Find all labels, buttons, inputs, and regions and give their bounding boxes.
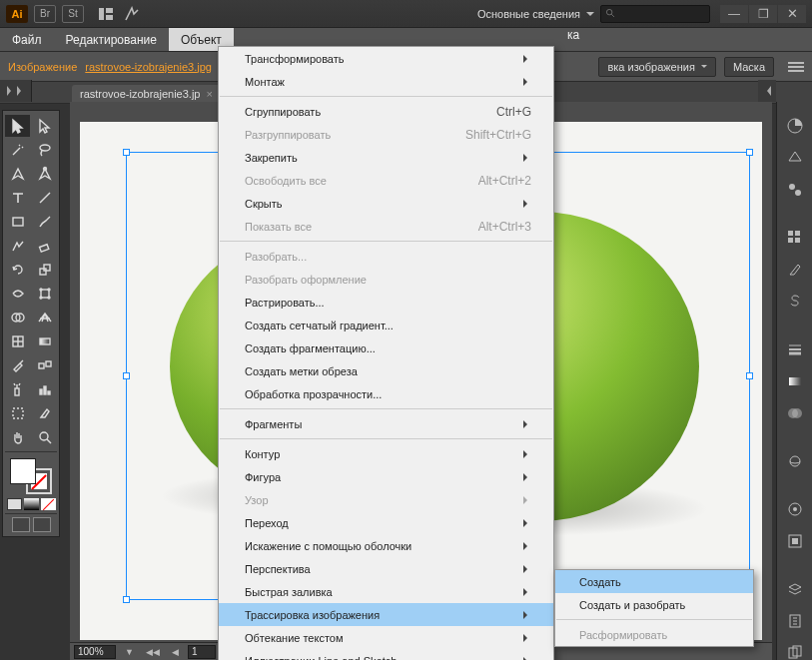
submenu-create-and-expand[interactable]: Создать и разобрать bbox=[555, 593, 753, 616]
menu-envelope-distort[interactable]: Искажение с помощью оболочки bbox=[219, 534, 553, 557]
symbol-sprayer-tool[interactable] bbox=[5, 378, 30, 400]
menu-live-paint[interactable]: Быстрая заливка bbox=[219, 580, 553, 603]
mesh-tool[interactable] bbox=[5, 330, 30, 352]
selection-tool[interactable] bbox=[5, 115, 30, 137]
menu-edit[interactable]: Редактирование bbox=[54, 28, 169, 51]
menu-lock[interactable]: Закрепить bbox=[219, 146, 553, 169]
menu-group[interactable]: СгруппироватьCtrl+G bbox=[219, 100, 553, 123]
stroke-panel-icon[interactable] bbox=[781, 335, 809, 363]
hand-tool[interactable] bbox=[5, 426, 30, 448]
resize-handle[interactable] bbox=[746, 149, 753, 156]
menu-file[interactable]: Файл bbox=[0, 28, 54, 51]
prev-artboard-icon[interactable]: ◀ bbox=[169, 647, 182, 657]
workspace-selector[interactable]: Основные сведения bbox=[477, 8, 594, 20]
menu-create-fragments[interactable]: Создать фрагментацию... bbox=[219, 336, 553, 359]
submenu-create[interactable]: Создать bbox=[555, 570, 753, 593]
close-button[interactable]: ✕ bbox=[778, 5, 806, 23]
fill-stroke-indicator[interactable] bbox=[8, 456, 54, 496]
menu-line-and-sketch[interactable]: Иллюстрации Line and Sketch bbox=[219, 649, 553, 660]
first-artboard-icon[interactable]: ◀◀ bbox=[143, 647, 163, 657]
brushes-panel-icon[interactable] bbox=[781, 256, 809, 284]
brush-tool[interactable] bbox=[32, 211, 57, 233]
swatches-panel-icon[interactable] bbox=[781, 224, 809, 252]
minimize-button[interactable]: — bbox=[720, 5, 748, 23]
menu-shape[interactable]: Фигура bbox=[219, 465, 553, 488]
scale-tool[interactable] bbox=[32, 259, 57, 281]
dock-expand-left[interactable] bbox=[0, 80, 32, 102]
rectangle-tool[interactable] bbox=[5, 211, 30, 233]
artboard-number-input[interactable] bbox=[188, 645, 216, 659]
fill-swatch[interactable] bbox=[10, 458, 36, 484]
zoom-input[interactable] bbox=[74, 645, 116, 659]
linked-file-name[interactable]: rastrovoe-izobrajenie3.jpg bbox=[85, 61, 212, 73]
artboard-tool[interactable] bbox=[5, 402, 30, 424]
gradient-mode[interactable] bbox=[24, 498, 39, 510]
slice-tool[interactable] bbox=[32, 402, 57, 424]
bridge-button[interactable]: Br bbox=[34, 5, 56, 23]
perspective-grid-tool[interactable] bbox=[32, 307, 57, 329]
lasso-tool[interactable] bbox=[32, 139, 57, 161]
line-tool[interactable] bbox=[32, 187, 57, 209]
eyedropper-tool[interactable] bbox=[5, 354, 30, 376]
menu-transform[interactable]: Трансформировать bbox=[219, 47, 553, 70]
color-mode[interactable] bbox=[7, 498, 22, 510]
free-transform-tool[interactable] bbox=[32, 283, 57, 305]
shaper-tool[interactable] bbox=[5, 235, 30, 257]
menu-flatten-transparency[interactable]: Обработка прозрачности... bbox=[219, 382, 553, 405]
menu-blend[interactable]: Переход bbox=[219, 511, 553, 534]
gpu-icon[interactable] bbox=[124, 6, 140, 22]
direct-selection-tool[interactable] bbox=[32, 115, 57, 137]
resize-handle[interactable] bbox=[746, 372, 753, 379]
menu-gradient-mesh[interactable]: Создать сетчатый градиент... bbox=[219, 314, 553, 336]
menu-rasterize[interactable]: Растрировать... bbox=[219, 291, 553, 314]
type-tool[interactable] bbox=[5, 187, 30, 209]
color-guide-panel-icon[interactable] bbox=[781, 144, 809, 172]
none-mode[interactable] bbox=[41, 498, 56, 510]
color-panel-icon[interactable] bbox=[781, 112, 809, 140]
layers-panel-icon[interactable] bbox=[781, 575, 809, 603]
resize-handle[interactable] bbox=[123, 372, 130, 379]
curvature-tool[interactable] bbox=[32, 163, 57, 185]
pen-tool[interactable] bbox=[5, 163, 30, 185]
arrange-docs-icon[interactable] bbox=[98, 6, 114, 22]
stock-button[interactable]: St bbox=[62, 5, 84, 23]
zoom-dropdown-icon[interactable]: ▼ bbox=[122, 647, 137, 657]
blend-tool[interactable] bbox=[32, 354, 57, 376]
panel-menu-icon[interactable] bbox=[788, 60, 804, 74]
menu-perspective[interactable]: Перспектива bbox=[219, 557, 553, 580]
rotate-tool[interactable] bbox=[5, 259, 30, 281]
resize-handle[interactable] bbox=[123, 596, 130, 603]
mask-button[interactable]: Маска bbox=[724, 57, 774, 77]
full-screen-mode[interactable] bbox=[33, 517, 51, 532]
resize-handle[interactable] bbox=[123, 149, 130, 156]
graphic-styles-panel-icon[interactable] bbox=[781, 527, 809, 555]
asset-export-panel-icon[interactable] bbox=[781, 607, 809, 635]
properties-panel-icon[interactable] bbox=[781, 176, 809, 204]
menu-arrange[interactable]: Монтаж bbox=[219, 70, 553, 93]
eraser-tool[interactable] bbox=[32, 235, 57, 257]
width-tool[interactable] bbox=[5, 283, 30, 305]
artboards-panel-icon[interactable] bbox=[781, 639, 809, 660]
image-trace-dropdown[interactable]: вка изображения bbox=[598, 57, 715, 77]
menu-truncated[interactable]: ка bbox=[555, 28, 591, 42]
close-tab-icon[interactable]: × bbox=[206, 88, 212, 100]
menu-text-wrap[interactable]: Обтекание текстом bbox=[219, 626, 553, 649]
normal-screen-mode[interactable] bbox=[12, 517, 30, 532]
menu-image-trace[interactable]: Трассировка изображения bbox=[219, 603, 553, 626]
magic-wand-tool[interactable] bbox=[5, 139, 30, 161]
gradient-tool[interactable] bbox=[32, 330, 57, 352]
transparency-panel-icon[interactable] bbox=[781, 399, 809, 427]
graph-tool[interactable] bbox=[32, 378, 57, 400]
symbols-panel-icon[interactable] bbox=[781, 288, 809, 316]
gradient-panel-icon[interactable] bbox=[781, 367, 809, 395]
zoom-tool[interactable] bbox=[32, 426, 57, 448]
menu-hide[interactable]: Скрыть bbox=[219, 192, 553, 215]
shape-builder-tool[interactable] bbox=[5, 307, 30, 329]
maximize-button[interactable]: ❐ bbox=[749, 5, 777, 23]
menu-path[interactable]: Контур bbox=[219, 442, 553, 465]
dock-expand-right[interactable] bbox=[758, 80, 776, 102]
menu-fragments[interactable]: Фрагменты bbox=[219, 412, 553, 435]
menu-crop-marks[interactable]: Создать метки обреза bbox=[219, 359, 553, 382]
document-tab[interactable]: rastrovoe-izobrajenie3.jp × bbox=[72, 85, 221, 103]
libraries-panel-icon[interactable] bbox=[781, 447, 809, 475]
